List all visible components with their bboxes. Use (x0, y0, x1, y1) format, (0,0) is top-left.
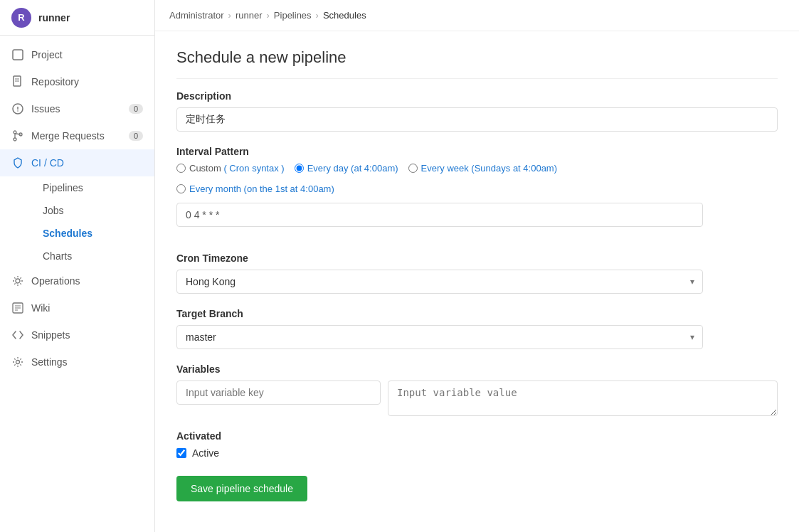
target-branch-select[interactable]: master main develop (176, 325, 703, 349)
svg-point-11 (16, 279, 20, 283)
svg-point-6 (17, 110, 18, 112)
sidebar-item-project[interactable]: Project (0, 41, 154, 68)
sidebar-item-label: Merge Requests (31, 130, 105, 142)
interval-every-week-radio[interactable] (408, 164, 418, 173)
breadcrumb-sep-2: › (267, 10, 270, 21)
sidebar-item-label: CI / CD (31, 157, 64, 169)
timezone-section: Cron Timezone Hong Kong UTC Asia/Shangha… (176, 252, 778, 294)
breadcrumb-sep-1: › (228, 10, 231, 21)
issues-badge: 0 (129, 104, 143, 114)
sidebar-item-label: Wiki (31, 302, 50, 314)
svg-point-16 (16, 361, 20, 364)
svg-point-8 (14, 138, 16, 141)
sidebar-item-jobs[interactable]: Jobs (31, 199, 154, 222)
interval-section: Interval Pattern Custom ( Cron syntax ) … (176, 146, 778, 238)
breadcrumb-pipelines[interactable]: Pipelines (274, 10, 312, 21)
settings-icon (11, 356, 24, 368)
timezone-select-wrapper: Hong Kong UTC Asia/Shanghai America/New_… (176, 270, 703, 294)
breadcrumb: Administrator › runner › Pipelines › Sch… (155, 0, 799, 31)
content-area: Schedule a new pipeline Description Inte… (155, 31, 799, 518)
breadcrumb-sep-3: › (316, 10, 319, 21)
timezone-label: Cron Timezone (176, 252, 778, 264)
operations-icon (11, 275, 24, 287)
sidebar-item-snippets[interactable]: Snippets (0, 321, 154, 349)
main-content: Administrator › runner › Pipelines › Sch… (155, 0, 799, 532)
description-section: Description (176, 90, 778, 132)
snippets-icon (11, 329, 24, 341)
interval-options: Custom ( Cron syntax ) Every day (at 4:0… (176, 163, 778, 174)
sidebar-header: R runner (0, 0, 154, 36)
active-checkbox[interactable] (176, 448, 186, 458)
breadcrumb-administrator[interactable]: Administrator (169, 10, 224, 21)
issues-icon (11, 102, 24, 115)
active-label[interactable]: Active (192, 447, 219, 459)
sidebar-item-label: Project (31, 49, 63, 60)
merge-requests-badge: 0 (129, 131, 143, 141)
sidebar-item-repository[interactable]: Repository (0, 68, 154, 95)
variables-label: Variables (176, 363, 778, 375)
sidebar-item-wiki[interactable]: Wiki (0, 294, 154, 321)
activated-label: Activated (176, 430, 778, 442)
sidebar-nav: Project Repository Issues 0 Merge Reques… (0, 36, 154, 381)
description-label: Description (176, 90, 778, 102)
checkbox-row: Active (176, 447, 778, 459)
sidebar-item-label: Snippets (31, 329, 70, 341)
breadcrumb-runner[interactable]: runner (236, 10, 263, 21)
interval-custom-radio[interactable] (176, 164, 186, 173)
sidebar-item-label: Operations (31, 275, 80, 287)
save-button[interactable]: Save pipeline schedule (176, 476, 307, 501)
sidebar-item-charts[interactable]: Charts (31, 245, 154, 267)
sidebar: R runner Project Repository Issues 0 (0, 0, 155, 532)
cron-input[interactable] (176, 203, 703, 227)
page-title: Schedule a new pipeline (176, 48, 778, 79)
sidebar-item-pipelines[interactable]: Pipelines (31, 176, 154, 199)
description-input[interactable] (176, 107, 778, 132)
sidebar-item-issues[interactable]: Issues 0 (0, 95, 154, 122)
sidebar-item-merge-requests[interactable]: Merge Requests 0 (0, 122, 154, 149)
sidebar-item-label: Repository (31, 76, 79, 87)
repository-icon (11, 75, 24, 88)
wiki-icon (11, 302, 24, 314)
project-icon (11, 48, 24, 61)
interval-every-month[interactable]: Every month (on the 1st at 4:00am) (176, 183, 334, 194)
breadcrumb-current: Schedules (323, 10, 366, 21)
sidebar-sub-cicd: Pipelines Jobs Schedules Charts (0, 176, 154, 267)
target-branch-select-wrapper: master main develop ▾ (176, 325, 703, 349)
interval-custom[interactable]: Custom ( Cron syntax ) (176, 163, 285, 174)
sidebar-item-operations[interactable]: Operations (0, 267, 154, 294)
avatar: R (11, 8, 31, 28)
sidebar-item-settings[interactable]: Settings (0, 349, 154, 376)
merge-requests-icon (11, 129, 24, 142)
interval-every-week[interactable]: Every week (Sundays at 4:00am) (408, 163, 557, 174)
interval-label: Interval Pattern (176, 146, 778, 157)
sidebar-item-label: Issues (31, 103, 60, 115)
timezone-select[interactable]: Hong Kong UTC Asia/Shanghai America/New_… (176, 270, 703, 294)
variables-row (176, 381, 778, 416)
svg-rect-0 (13, 50, 23, 60)
variable-value-input[interactable] (388, 381, 778, 416)
interval-every-day-radio[interactable] (295, 164, 304, 173)
variable-key-input[interactable] (176, 381, 381, 405)
variables-section: Variables (176, 363, 778, 416)
interval-every-day[interactable]: Every day (at 4:00am) (295, 163, 398, 174)
interval-every-month-radio[interactable] (176, 184, 186, 193)
activated-section: Activated Active (176, 430, 778, 459)
project-name: runner (38, 12, 70, 23)
sidebar-item-label: Settings (31, 356, 68, 368)
target-branch-section: Target Branch master main develop ▾ (176, 308, 778, 349)
target-branch-label: Target Branch (176, 308, 778, 319)
sidebar-item-schedules[interactable]: Schedules (31, 222, 154, 245)
cicd-icon (11, 156, 24, 169)
sidebar-item-cicd[interactable]: CI / CD (0, 149, 154, 176)
